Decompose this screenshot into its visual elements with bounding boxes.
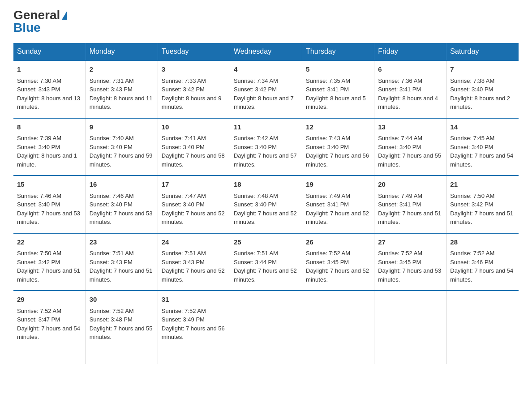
header-row: Sunday Monday Tuesday Wednesday Thursday… [13,43,519,60]
day-info: Sunrise: 7:35 AMSunset: 3:41 PMDaylight:… [306,77,366,111]
day-info: Sunrise: 7:38 AMSunset: 3:40 PMDaylight:… [450,77,510,111]
calendar-day-cell: 20Sunrise: 7:49 AMSunset: 3:41 PMDayligh… [374,176,446,233]
calendar-day-cell: 29Sunrise: 7:52 AMSunset: 3:47 PMDayligh… [13,291,86,364]
day-number: 12 [306,122,370,133]
day-number: 26 [306,237,370,248]
day-number: 29 [17,295,82,305]
logo-general-text: General [13,9,67,21]
calendar-day-cell: 25Sunrise: 7:51 AMSunset: 3:44 PMDayligh… [230,233,302,291]
calendar-day-cell: 10Sunrise: 7:41 AMSunset: 3:40 PMDayligh… [158,118,230,176]
day-info: Sunrise: 7:51 AMSunset: 3:44 PMDaylight:… [234,250,297,283]
calendar-day-cell: 4Sunrise: 7:34 AMSunset: 3:42 PMDaylight… [230,60,302,118]
day-info: Sunrise: 7:45 AMSunset: 3:40 PMDaylight:… [450,135,513,168]
header-sunday: Sunday [13,43,86,60]
calendar-day-cell: 30Sunrise: 7:52 AMSunset: 3:48 PMDayligh… [86,291,158,364]
header-tuesday: Tuesday [158,43,230,60]
day-number: 25 [234,237,298,248]
calendar-day-cell: 9Sunrise: 7:40 AMSunset: 3:40 PMDaylight… [86,118,158,176]
day-number: 19 [306,180,370,190]
calendar-week-row: 1Sunrise: 7:30 AMSunset: 3:43 PMDaylight… [13,60,519,118]
calendar-day-cell: 13Sunrise: 7:44 AMSunset: 3:40 PMDayligh… [374,118,446,176]
calendar-day-cell: 21Sunrise: 7:50 AMSunset: 3:42 PMDayligh… [446,176,519,233]
calendar-day-cell [302,291,374,364]
day-number: 20 [378,180,442,190]
day-info: Sunrise: 7:51 AMSunset: 3:43 PMDaylight:… [162,250,225,283]
day-info: Sunrise: 7:52 AMSunset: 3:46 PMDaylight:… [450,250,513,283]
day-info: Sunrise: 7:52 AMSunset: 3:48 PMDaylight:… [90,308,153,341]
day-info: Sunrise: 7:47 AMSunset: 3:40 PMDaylight:… [162,193,225,226]
header-monday: Monday [86,43,158,60]
calendar-day-cell: 22Sunrise: 7:50 AMSunset: 3:42 PMDayligh… [13,233,86,291]
day-number: 30 [90,295,154,305]
calendar-day-cell [230,291,302,364]
calendar-day-cell: 26Sunrise: 7:52 AMSunset: 3:45 PMDayligh… [302,233,374,291]
header-wednesday: Wednesday [230,43,302,60]
day-info: Sunrise: 7:46 AMSunset: 3:40 PMDaylight:… [17,193,80,226]
day-info: Sunrise: 7:49 AMSunset: 3:41 PMDaylight:… [378,193,441,226]
calendar-day-cell: 14Sunrise: 7:45 AMSunset: 3:40 PMDayligh… [446,118,519,176]
day-number: 7 [450,64,515,75]
calendar-day-cell: 16Sunrise: 7:46 AMSunset: 3:40 PMDayligh… [86,176,158,233]
calendar-day-cell: 6Sunrise: 7:36 AMSunset: 3:41 PMDaylight… [374,60,446,118]
day-info: Sunrise: 7:46 AMSunset: 3:40 PMDaylight:… [90,193,153,226]
day-info: Sunrise: 7:36 AMSunset: 3:41 PMDaylight:… [378,77,438,111]
day-number: 22 [17,237,82,248]
day-info: Sunrise: 7:44 AMSunset: 3:40 PMDaylight:… [378,135,441,168]
calendar-day-cell: 15Sunrise: 7:46 AMSunset: 3:40 PMDayligh… [13,176,86,233]
calendar-day-cell: 19Sunrise: 7:49 AMSunset: 3:41 PMDayligh… [302,176,374,233]
day-number: 5 [306,64,370,75]
calendar-day-cell: 2Sunrise: 7:31 AMSunset: 3:43 PMDaylight… [86,60,158,118]
calendar-day-cell [446,291,519,364]
logo-blue-text: Blue [13,21,41,34]
day-number: 14 [450,122,515,133]
day-info: Sunrise: 7:51 AMSunset: 3:43 PMDaylight:… [90,250,153,283]
calendar-day-cell: 8Sunrise: 7:39 AMSunset: 3:40 PMDaylight… [13,118,86,176]
day-info: Sunrise: 7:49 AMSunset: 3:41 PMDaylight:… [306,193,369,226]
calendar-week-row: 22Sunrise: 7:50 AMSunset: 3:42 PMDayligh… [13,233,519,291]
header-friday: Friday [374,43,446,60]
header-saturday: Saturday [446,43,519,60]
calendar-day-cell: 12Sunrise: 7:43 AMSunset: 3:40 PMDayligh… [302,118,374,176]
day-number: 17 [162,180,226,190]
day-info: Sunrise: 7:52 AMSunset: 3:45 PMDaylight:… [306,250,369,283]
day-number: 16 [90,180,154,190]
day-info: Sunrise: 7:31 AMSunset: 3:43 PMDaylight:… [90,77,153,111]
calendar-day-cell: 17Sunrise: 7:47 AMSunset: 3:40 PMDayligh… [158,176,230,233]
calendar-week-row: 8Sunrise: 7:39 AMSunset: 3:40 PMDaylight… [13,118,519,176]
calendar-week-row: 29Sunrise: 7:52 AMSunset: 3:47 PMDayligh… [13,291,519,364]
day-number: 8 [17,122,82,133]
day-number: 3 [162,64,226,75]
day-number: 31 [162,295,226,305]
day-number: 18 [234,180,298,190]
day-info: Sunrise: 7:43 AMSunset: 3:40 PMDaylight:… [306,135,369,168]
day-info: Sunrise: 7:52 AMSunset: 3:49 PMDaylight:… [162,308,225,341]
calendar-day-cell: 5Sunrise: 7:35 AMSunset: 3:41 PMDaylight… [302,60,374,118]
day-number: 1 [17,64,82,75]
day-info: Sunrise: 7:34 AMSunset: 3:42 PMDaylight:… [234,77,294,111]
day-number: 21 [450,180,515,190]
day-info: Sunrise: 7:42 AMSunset: 3:40 PMDaylight:… [234,135,297,168]
day-number: 23 [90,237,154,248]
header-thursday: Thursday [302,43,374,60]
calendar-day-cell: 1Sunrise: 7:30 AMSunset: 3:43 PMDaylight… [13,60,86,118]
calendar-day-cell: 31Sunrise: 7:52 AMSunset: 3:49 PMDayligh… [158,291,230,364]
day-info: Sunrise: 7:52 AMSunset: 3:45 PMDaylight:… [378,250,441,283]
calendar-day-cell: 28Sunrise: 7:52 AMSunset: 3:46 PMDayligh… [446,233,519,291]
day-number: 27 [378,237,442,248]
calendar-body: 1Sunrise: 7:30 AMSunset: 3:43 PMDaylight… [13,60,519,364]
day-number: 2 [90,64,154,75]
day-info: Sunrise: 7:30 AMSunset: 3:43 PMDaylight:… [17,77,80,111]
day-info: Sunrise: 7:41 AMSunset: 3:40 PMDaylight:… [162,135,225,168]
logo-triangle-icon [62,11,67,20]
day-number: 11 [234,122,298,133]
day-info: Sunrise: 7:50 AMSunset: 3:42 PMDaylight:… [17,250,80,283]
calendar-day-cell: 27Sunrise: 7:52 AMSunset: 3:45 PMDayligh… [374,233,446,291]
day-number: 4 [234,64,298,75]
day-info: Sunrise: 7:39 AMSunset: 3:40 PMDaylight:… [17,135,77,168]
day-number: 13 [378,122,442,133]
day-number: 9 [90,122,154,133]
day-number: 28 [450,237,515,248]
day-number: 10 [162,122,226,133]
calendar-table: Sunday Monday Tuesday Wednesday Thursday… [13,43,519,364]
page-header: General Blue [13,9,519,34]
